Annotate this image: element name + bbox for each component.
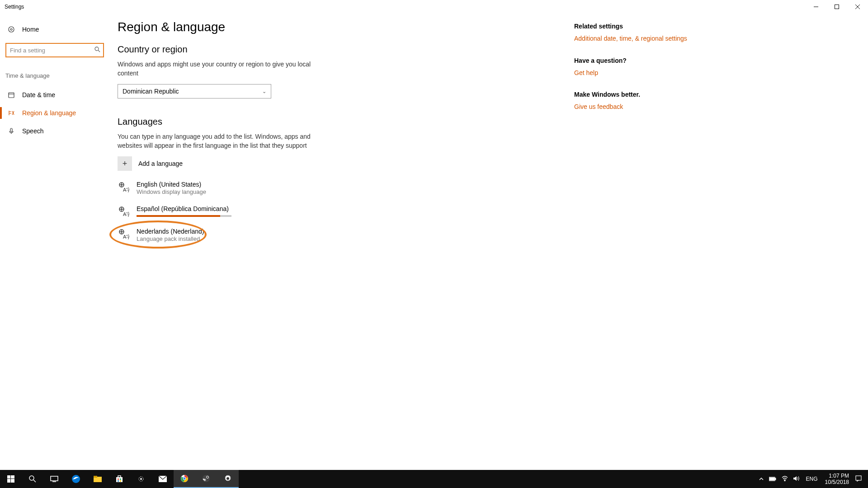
svg-line-22 — [33, 480, 36, 482]
related-heading: Related settings — [574, 23, 701, 30]
language-glyph-icon: A字 — [118, 205, 130, 218]
maximize-button[interactable] — [826, 0, 847, 14]
svg-rect-33 — [120, 480, 121, 482]
window-controls — [806, 0, 868, 14]
main-content: Region & language Country or region Wind… — [118, 14, 868, 470]
category-label: Time & language — [5, 72, 118, 79]
nav-label: Speech — [22, 127, 43, 135]
svg-rect-27 — [94, 476, 97, 478]
feedback-link[interactable]: Give us feedback — [574, 103, 701, 112]
steam-taskbar-icon[interactable] — [195, 470, 217, 488]
related-settings-link[interactable]: Additional date, time, & regional settin… — [574, 34, 701, 43]
settings-taskbar-icon[interactable] — [217, 470, 239, 488]
tray-time: 1:07 PM — [825, 473, 849, 479]
plus-icon: + — [118, 156, 132, 171]
language-icon — [7, 109, 16, 117]
nav-speech[interactable]: Speech — [0, 122, 118, 140]
tray-power-icon[interactable] — [766, 476, 779, 483]
svg-text:A字: A字 — [123, 234, 129, 239]
app-taskbar-icon[interactable] — [130, 470, 152, 488]
nav-label: Date & time — [22, 91, 55, 99]
microphone-icon — [7, 127, 16, 135]
page-title: Region & language — [118, 20, 425, 34]
svg-point-48 — [784, 480, 785, 481]
svg-point-5 — [10, 28, 12, 30]
svg-rect-18 — [11, 475, 14, 479]
language-name: Español (República Dominicana) — [137, 205, 231, 212]
feedback-heading: Make Windows better. — [574, 91, 701, 98]
add-language-label: Add a language — [138, 160, 183, 167]
tray-input-language[interactable]: ENG — [802, 476, 821, 482]
right-panel: Related settings Additional date, time, … — [574, 20, 701, 470]
search-taskbar-button[interactable] — [22, 470, 43, 488]
get-help-link[interactable]: Get help — [574, 69, 701, 78]
search-wrap — [5, 43, 104, 57]
nav-label: Region & language — [22, 109, 76, 117]
titlebar: Settings — [0, 0, 868, 14]
svg-rect-29 — [118, 476, 121, 478]
languages-desc: You can type in any language you add to … — [118, 132, 312, 150]
svg-point-25 — [72, 475, 80, 483]
language-item-dutch[interactable]: A字 Nederlands (Nederland) Language pack … — [118, 226, 425, 244]
svg-rect-19 — [7, 479, 10, 483]
svg-text:A字: A字 — [123, 211, 129, 217]
svg-rect-32 — [118, 480, 119, 482]
start-button[interactable] — [0, 470, 22, 488]
tray-clock[interactable]: 1:07 PM 10/5/2018 — [821, 473, 853, 486]
question-heading: Have a question? — [574, 57, 701, 64]
svg-rect-30 — [118, 479, 119, 480]
nav-date-time[interactable]: Date & time — [0, 86, 118, 104]
add-language-button[interactable]: + Add a language — [118, 156, 425, 171]
home-label: Home — [22, 26, 39, 33]
nav-region-language[interactable]: Region & language — [0, 104, 118, 122]
clock-icon — [7, 91, 16, 99]
svg-rect-23 — [51, 476, 58, 481]
tray-wifi-icon[interactable] — [779, 476, 791, 483]
home-icon — [7, 26, 16, 33]
edge-taskbar-icon[interactable] — [65, 470, 87, 488]
svg-point-6 — [95, 47, 99, 51]
tray-notifications-icon[interactable] — [853, 475, 864, 483]
region-desc: Windows and apps might use your country … — [118, 60, 312, 78]
svg-point-4 — [9, 27, 14, 32]
svg-rect-10 — [10, 128, 12, 132]
country-value: Dominican Republic — [123, 88, 179, 95]
tray-date: 10/5/2018 — [825, 479, 849, 485]
svg-point-21 — [29, 476, 34, 480]
language-sub: Windows display language — [137, 188, 206, 195]
language-name: Nederlands (Nederland) — [137, 228, 204, 235]
mail-taskbar-icon[interactable] — [152, 470, 174, 488]
svg-rect-47 — [769, 478, 774, 480]
language-item-english[interactable]: A字 English (United States) Windows displ… — [118, 179, 425, 197]
tray-volume-icon[interactable] — [791, 476, 802, 483]
sidebar: Home Time & language Date & time Region … — [0, 14, 118, 470]
close-button[interactable] — [847, 0, 868, 14]
svg-line-7 — [98, 50, 100, 52]
language-glyph-icon: A字 — [118, 228, 130, 240]
svg-rect-8 — [9, 93, 14, 98]
svg-point-35 — [140, 478, 142, 480]
svg-rect-31 — [120, 479, 121, 480]
tray-chevron-icon[interactable] — [756, 476, 766, 483]
task-view-button[interactable] — [43, 470, 65, 488]
svg-rect-46 — [775, 478, 776, 480]
region-section-title: Country or region — [118, 44, 425, 55]
language-name: English (United States) — [137, 181, 206, 188]
store-taskbar-icon[interactable] — [108, 470, 130, 488]
chevron-down-icon: ⌄ — [262, 89, 266, 94]
languages-section-title: Languages — [118, 117, 425, 127]
chrome-taskbar-icon[interactable] — [174, 470, 195, 488]
download-progress — [137, 215, 231, 217]
minimize-button[interactable] — [806, 0, 826, 14]
search-input[interactable] — [5, 43, 104, 57]
svg-rect-20 — [11, 479, 14, 483]
country-dropdown[interactable]: Dominican Republic ⌄ — [118, 84, 271, 99]
svg-point-39 — [183, 477, 186, 480]
svg-point-44 — [226, 477, 229, 480]
home-nav[interactable]: Home — [5, 20, 118, 38]
svg-text:A字: A字 — [123, 187, 129, 192]
language-item-spanish[interactable]: A字 Español (República Dominicana) — [118, 203, 425, 220]
file-explorer-taskbar-icon[interactable] — [87, 470, 108, 488]
svg-rect-1 — [835, 5, 839, 9]
window-title: Settings — [5, 4, 24, 10]
